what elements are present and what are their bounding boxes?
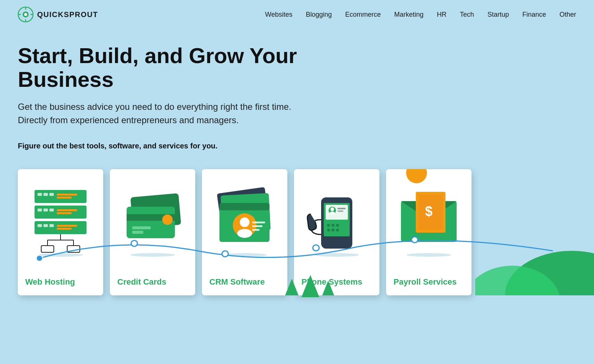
card-illustration-payroll: $	[386, 169, 471, 271]
svg-point-61	[332, 229, 334, 232]
svg-point-53	[330, 207, 334, 211]
svg-rect-46	[252, 222, 265, 223]
card-illustration-crm	[202, 169, 287, 271]
svg-rect-13	[35, 206, 87, 219]
nav-blogging[interactable]: Blogging	[306, 11, 332, 19]
nav-websites[interactable]: Websites	[265, 11, 293, 19]
svg-rect-20	[37, 224, 42, 227]
svg-point-60	[327, 229, 330, 232]
svg-rect-56	[337, 210, 343, 212]
svg-point-44	[240, 217, 249, 227]
svg-rect-12	[57, 197, 72, 199]
svg-rect-22	[49, 224, 54, 227]
card-payroll-services[interactable]: $ Payroll Services	[386, 169, 471, 295]
nav-startup[interactable]: Startup	[487, 11, 509, 19]
svg-rect-30	[67, 246, 80, 252]
svg-point-49	[222, 253, 267, 257]
card-illustration-creditcard	[110, 169, 195, 271]
card-label-payroll-services: Payroll Services	[386, 271, 471, 295]
card-label-credit-cards: Credit Cards	[110, 271, 195, 295]
svg-rect-11	[57, 194, 77, 196]
svg-rect-15	[43, 209, 48, 211]
svg-point-59	[336, 224, 339, 227]
card-phone-systems[interactable]: Phone Systems	[294, 169, 379, 295]
svg-point-58	[332, 224, 334, 227]
svg-point-63	[314, 253, 359, 257]
nav-marketing[interactable]: Marketing	[394, 11, 424, 19]
card-illustration-phone	[294, 169, 379, 271]
svg-rect-35	[132, 226, 151, 229]
svg-rect-48	[252, 229, 260, 231]
main-nav: Websites Blogging Ecommerce Marketing HR…	[265, 11, 576, 19]
svg-rect-51	[326, 205, 348, 220]
svg-rect-36	[132, 231, 143, 234]
svg-rect-42	[219, 203, 270, 210]
svg-rect-29	[41, 246, 54, 252]
svg-rect-16	[49, 209, 54, 211]
svg-rect-23	[57, 225, 77, 227]
hero-description: Get the business advice you need to do e…	[18, 100, 322, 127]
svg-rect-10	[49, 193, 54, 196]
svg-rect-8	[37, 193, 42, 196]
card-illustration-server	[18, 169, 103, 271]
svg-point-31	[38, 253, 83, 257]
svg-point-37	[162, 214, 173, 225]
svg-point-68	[407, 253, 451, 257]
svg-point-2	[24, 13, 27, 16]
svg-point-57	[327, 224, 330, 227]
svg-rect-14	[37, 209, 42, 211]
svg-point-54	[330, 211, 335, 214]
svg-text:$: $	[425, 204, 433, 219]
svg-rect-19	[35, 221, 87, 234]
hero-section: Start, Build, and Grow Your Business Get…	[0, 29, 594, 169]
nav-ecommerce[interactable]: Ecommerce	[345, 11, 381, 19]
svg-rect-55	[337, 208, 346, 209]
svg-point-62	[336, 229, 339, 232]
card-crm-software[interactable]: CRM Software	[202, 169, 287, 295]
nav-other[interactable]: Other	[559, 11, 576, 19]
logo-area[interactable]: QUICKSPROUT	[18, 7, 98, 22]
quicksprout-logo-icon	[18, 7, 33, 22]
svg-rect-7	[35, 190, 87, 203]
svg-rect-21	[43, 224, 48, 227]
card-label-web-hosting: Web Hosting	[18, 271, 103, 295]
svg-rect-47	[252, 225, 262, 227]
svg-rect-18	[57, 212, 72, 214]
svg-point-45	[237, 229, 252, 238]
svg-rect-24	[57, 228, 72, 230]
card-web-hosting[interactable]: Web Hosting	[18, 169, 103, 295]
nav-hr[interactable]: HR	[437, 11, 447, 19]
hero-subheading: Figure out the best tools, software, and…	[18, 140, 322, 151]
card-label-crm-software: CRM Software	[202, 271, 287, 295]
nav-finance[interactable]: Finance	[522, 11, 546, 19]
nav-tech[interactable]: Tech	[460, 11, 474, 19]
svg-rect-9	[43, 193, 48, 196]
svg-point-38	[130, 253, 175, 257]
card-label-phone-systems: Phone Systems	[294, 271, 379, 295]
cards-section: Web Hosting	[0, 169, 594, 295]
hero-headline: Start, Build, and Grow Your Business	[18, 44, 352, 91]
card-credit-cards[interactable]: Credit Cards	[110, 169, 195, 295]
svg-rect-17	[57, 209, 77, 211]
cards-row: Web Hosting	[18, 169, 576, 295]
logo-text: QUICKSPROUT	[37, 10, 98, 19]
